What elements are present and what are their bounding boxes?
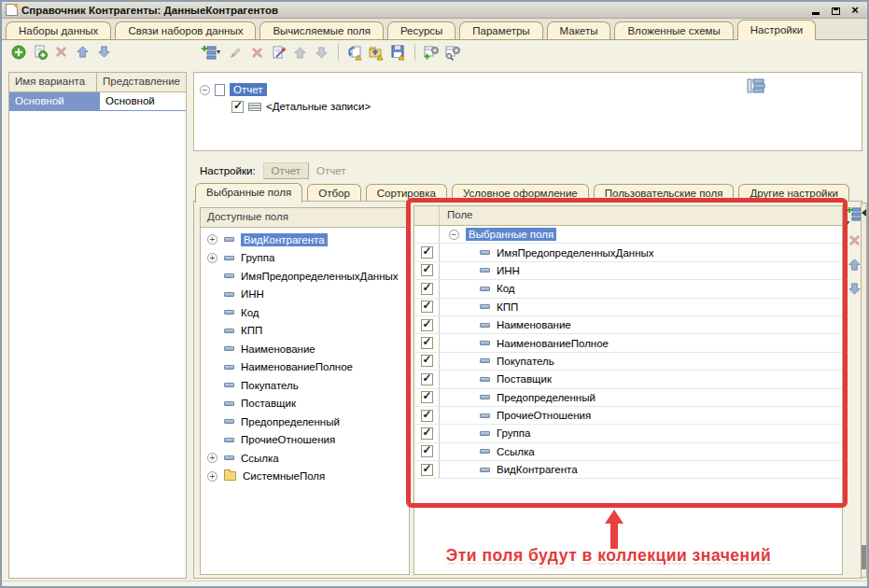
field-checkbox[interactable] xyxy=(421,410,433,422)
field-label[interactable]: Предопределенный xyxy=(497,392,596,403)
collapse-icon[interactable] xyxy=(200,85,210,95)
available-field-row[interactable]: ИНН xyxy=(201,286,409,304)
remove-selected-field-button[interactable] xyxy=(847,232,862,248)
column-variant-name[interactable]: Имя варианта xyxy=(9,73,97,91)
available-fields-header[interactable]: Доступные поля xyxy=(201,208,409,228)
field-label[interactable]: Наименование xyxy=(241,343,315,355)
selected-field-row[interactable]: ВидКонтрагента xyxy=(414,461,842,479)
expand-icon[interactable] xyxy=(207,253,217,263)
selected-field-row[interactable]: Поставщик xyxy=(414,371,842,388)
tab-settings[interactable]: Настройки xyxy=(737,20,816,40)
variant-name-cell[interactable]: Основной xyxy=(9,92,100,110)
tab-calculated-fields[interactable]: Вычисляемые поля xyxy=(259,21,384,39)
subtab-other-settings[interactable]: Другие настройки xyxy=(738,184,848,202)
available-field-row[interactable]: Поставщик xyxy=(201,395,409,413)
tree-root-label[interactable]: Отчет xyxy=(230,83,267,96)
selected-field-row[interactable]: Код xyxy=(414,280,842,298)
field-label[interactable]: КПП xyxy=(497,301,518,313)
move-field-down-button[interactable] xyxy=(847,281,862,297)
structure-view-icon[interactable] xyxy=(747,77,765,98)
restore-button[interactable] xyxy=(829,4,842,16)
add-element-button[interactable]: ▾ xyxy=(200,45,222,61)
available-field-row[interactable]: НаименованиеПолное xyxy=(201,358,409,377)
close-button[interactable]: × xyxy=(848,4,862,16)
field-label[interactable]: ИмяПредопределенныхДанных xyxy=(497,247,654,259)
field-checkbox[interactable] xyxy=(421,464,433,476)
tab-resources[interactable]: Ресурсы xyxy=(387,21,456,39)
field-label[interactable]: ИНН xyxy=(497,265,520,276)
field-column-header[interactable]: Поле xyxy=(440,206,481,225)
expand-icon[interactable] xyxy=(207,471,217,482)
tab-parameters[interactable]: Параметры xyxy=(459,21,542,39)
field-checkbox[interactable] xyxy=(421,373,433,385)
field-checkbox[interactable] xyxy=(421,264,433,276)
field-label[interactable]: ВидКонтрагента xyxy=(497,464,578,475)
load-settings-button[interactable] xyxy=(369,45,385,61)
settings-wizard-button[interactable] xyxy=(271,45,287,61)
subtab-sorting[interactable]: Сортировка xyxy=(366,184,447,202)
field-label[interactable]: ВидКонтрагента xyxy=(241,233,328,246)
tree-child-label[interactable]: <Детальные записи> xyxy=(266,101,371,112)
restore-default-settings-button[interactable] xyxy=(347,45,363,61)
expand-icon[interactable] xyxy=(207,234,217,245)
move-field-up-button[interactable] xyxy=(847,257,862,273)
field-label[interactable]: Предопределенный xyxy=(241,416,340,427)
available-field-row[interactable]: Код xyxy=(201,303,409,322)
move-element-up-button[interactable] xyxy=(292,45,308,61)
field-checkbox[interactable] xyxy=(421,445,433,457)
field-checkbox[interactable] xyxy=(421,301,433,313)
selected-group-row[interactable]: Выбранные поля xyxy=(414,226,842,244)
subtab-conditional-appearance[interactable]: Условное оформление xyxy=(452,184,589,202)
copy-variant-button[interactable] xyxy=(32,44,48,60)
available-field-row[interactable]: ВидКонтрагента xyxy=(201,231,409,249)
available-field-row[interactable]: СистемныеПоля xyxy=(201,468,409,486)
field-label[interactable]: ПрочиеОтношения xyxy=(241,434,335,445)
subtab-selected-fields[interactable]: Выбранные поля xyxy=(195,183,302,203)
selected-field-row[interactable]: НаименованиеПолное xyxy=(414,334,842,352)
available-field-row[interactable]: ПрочиеОтношения xyxy=(201,431,409,450)
field-label[interactable]: НаименованиеПолное xyxy=(241,361,353,372)
collapse-icon[interactable] xyxy=(449,230,459,240)
variant-presentation-cell[interactable]: Основной xyxy=(100,92,186,110)
available-field-row[interactable]: КПП xyxy=(201,322,409,341)
field-checkbox[interactable] xyxy=(421,283,433,295)
minimize-button[interactable] xyxy=(809,4,822,16)
field-label[interactable]: ИмяПредопределенныхДанных xyxy=(241,271,399,282)
delete-element-button[interactable] xyxy=(249,45,265,61)
selected-field-row[interactable]: Наименование xyxy=(414,316,842,334)
edit-element-button[interactable] xyxy=(228,45,244,61)
panel-splitter[interactable] xyxy=(861,203,867,578)
subtab-filter[interactable]: Отбор xyxy=(307,184,361,202)
move-variant-down-button[interactable] xyxy=(96,44,112,60)
field-label[interactable]: НаименованиеПолное xyxy=(497,338,609,349)
selected-field-row[interactable]: ИмяПредопределенныхДанных xyxy=(414,244,842,261)
field-label[interactable]: Наименование xyxy=(497,319,571,330)
settings-scope-button[interactable]: Отчет xyxy=(263,162,310,179)
selected-field-row[interactable]: Группа xyxy=(414,425,842,442)
tab-layouts[interactable]: Макеты xyxy=(547,21,611,39)
selected-field-row[interactable]: Ссылка xyxy=(414,443,842,461)
add-default-settings-button[interactable] xyxy=(424,45,440,61)
available-field-row[interactable]: Группа xyxy=(201,249,409,268)
field-label[interactable]: Группа xyxy=(497,427,530,439)
move-element-down-button[interactable] xyxy=(314,45,329,61)
selected-field-row[interactable]: Предопределенный xyxy=(414,389,842,407)
available-field-row[interactable]: Ссылка xyxy=(201,449,409,468)
move-variant-up-button[interactable] xyxy=(75,44,91,60)
selected-field-row[interactable]: ПрочиеОтношения xyxy=(414,407,842,425)
selected-field-row[interactable]: КПП xyxy=(414,299,842,316)
selected-field-row[interactable]: Покупатель xyxy=(414,353,842,371)
available-field-row[interactable]: Предопределенный xyxy=(201,413,409,431)
field-label[interactable]: СистемныеПоля xyxy=(243,470,325,482)
field-label[interactable]: ПрочиеОтношения xyxy=(497,410,591,421)
field-checkbox[interactable] xyxy=(421,427,433,440)
tab-nested-schemas[interactable]: Вложенные схемы xyxy=(614,21,733,39)
save-settings-button[interactable] xyxy=(390,45,406,61)
field-label[interactable]: КПП xyxy=(241,325,262,336)
available-field-row[interactable]: Наименование xyxy=(201,340,409,358)
available-field-row[interactable]: Покупатель xyxy=(201,376,409,395)
tree-child-row[interactable]: <Детальные записи> xyxy=(194,97,862,116)
expand-icon[interactable] xyxy=(207,453,217,463)
subtab-user-fields[interactable]: Пользовательские поля xyxy=(594,184,735,202)
field-checkbox[interactable] xyxy=(421,337,433,349)
